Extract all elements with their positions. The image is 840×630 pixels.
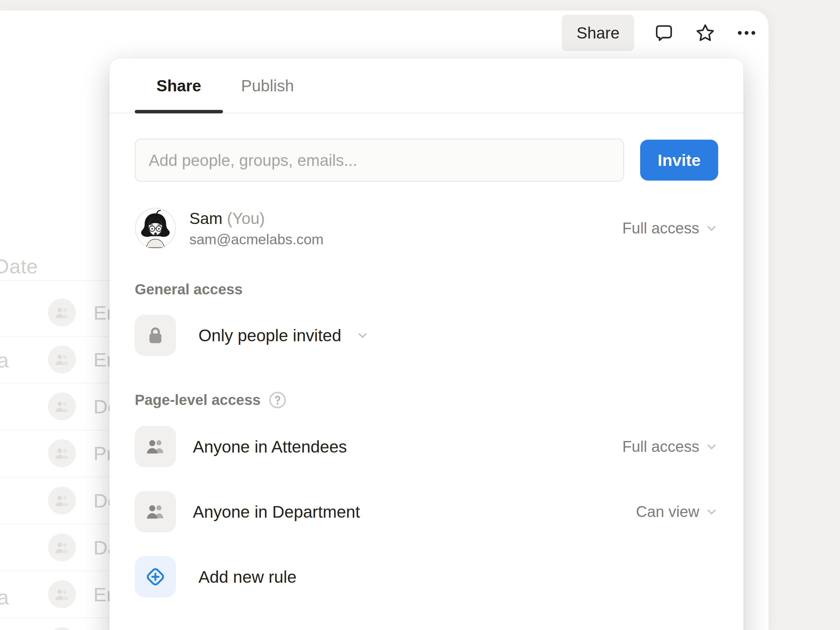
general-access-heading: General access bbox=[135, 281, 718, 298]
page-level-access-heading-text: Page-level access bbox=[135, 392, 261, 409]
person-row: Sam (You) sam@acmelabs.com Full access bbox=[135, 208, 718, 249]
background-cell-fragment: a bbox=[0, 585, 9, 609]
chevron-down-icon bbox=[356, 328, 369, 342]
avatar bbox=[135, 208, 176, 249]
comment-icon[interactable] bbox=[652, 21, 676, 44]
person-email: sam@acmelabs.com bbox=[189, 231, 622, 248]
people-group-icon bbox=[135, 491, 176, 532]
help-circle-icon[interactable] bbox=[268, 391, 287, 409]
tab-share[interactable]: Share bbox=[135, 58, 223, 113]
share-button[interactable]: Share bbox=[562, 15, 634, 51]
people-group-icon bbox=[135, 426, 176, 467]
invite-button[interactable]: Invite bbox=[640, 140, 718, 181]
people-group-icon bbox=[48, 627, 76, 630]
share-dialog: Share Publish Invite bbox=[109, 58, 744, 630]
people-group-icon bbox=[48, 486, 76, 515]
tab-publish[interactable]: Publish bbox=[238, 58, 297, 113]
rule-access-dropdown[interactable]: Can view bbox=[636, 503, 718, 521]
rule-access-value: Full access bbox=[622, 438, 699, 455]
person-access-dropdown[interactable]: Full access bbox=[622, 219, 718, 237]
rule-row: Anyone in Attendees Full access bbox=[135, 426, 718, 467]
rule-label: Anyone in Department bbox=[193, 502, 636, 521]
people-group-icon bbox=[48, 392, 76, 420]
general-access-heading-text: General access bbox=[135, 281, 243, 298]
general-access-dropdown[interactable]: Only people invited bbox=[135, 315, 718, 356]
chevron-down-icon bbox=[705, 505, 718, 518]
add-new-rule-button[interactable]: Add new rule bbox=[135, 556, 718, 597]
page-level-access-heading: Page-level access bbox=[135, 391, 718, 409]
lock-icon bbox=[135, 315, 176, 356]
people-group-icon bbox=[48, 580, 76, 608]
rule-row: Anyone in Department Can view bbox=[135, 491, 718, 532]
star-icon[interactable] bbox=[694, 21, 717, 44]
background-column-header: Date bbox=[0, 254, 38, 278]
people-group-icon bbox=[48, 534, 76, 561]
person-you-suffix: (You) bbox=[227, 209, 265, 227]
share-dialog-tabs: Share Publish bbox=[109, 58, 744, 114]
people-group-icon bbox=[48, 439, 76, 467]
topbar-actions: Share bbox=[562, 15, 758, 51]
rule-access-value: Can view bbox=[636, 503, 699, 521]
background-cell-fragment: a bbox=[0, 348, 9, 373]
more-ellipsis-icon[interactable] bbox=[735, 21, 758, 44]
person-name-text: Sam bbox=[189, 209, 223, 227]
screen: Date a a Eng Eng Des Pro Des bbox=[0, 0, 840, 630]
people-group-icon bbox=[48, 298, 76, 327]
person-access-value: Full access bbox=[622, 219, 699, 237]
general-access-value: Only people invited bbox=[199, 326, 341, 345]
people-group-icon bbox=[48, 346, 76, 373]
diamond-plus-icon bbox=[135, 556, 176, 597]
person-name: Sam (You) bbox=[189, 208, 622, 229]
invite-row: Invite bbox=[135, 139, 718, 182]
rule-label: Anyone in Attendees bbox=[193, 437, 622, 456]
chevron-down-icon bbox=[705, 440, 718, 453]
rule-access-dropdown[interactable]: Full access bbox=[622, 438, 718, 455]
add-new-rule-label: Add new rule bbox=[199, 567, 718, 587]
add-people-input[interactable] bbox=[135, 139, 624, 182]
chevron-down-icon bbox=[705, 221, 718, 235]
